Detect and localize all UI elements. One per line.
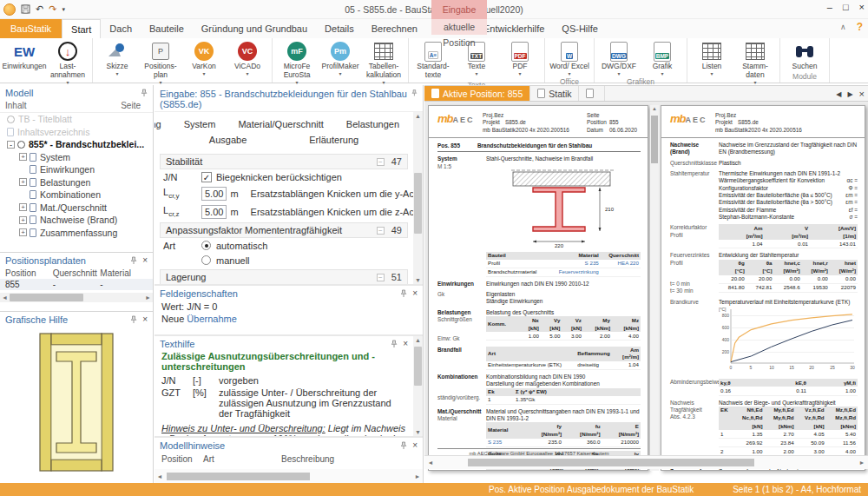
tab-belastungen[interactable]: Belastungen: [341, 117, 404, 131]
expander-icon[interactable]: +: [19, 153, 27, 161]
maximize-button[interactable]: □: [843, 2, 849, 12]
collapse-section-icon[interactable]: −: [377, 274, 385, 281]
grafik-button[interactable]: BMP Grafik ▾: [641, 40, 684, 76]
word-excel-button[interactable]: W Word/ Excel ▾: [548, 40, 591, 76]
scroll-right-icon[interactable]: ►: [143, 294, 153, 301]
stammdaten-button[interactable]: Stamm- daten ▾: [733, 40, 777, 85]
scroll-left-icon[interactable]: ◄: [155, 473, 165, 479]
tab-bauteile[interactable]: Bauteile: [141, 19, 193, 38]
pin-icon[interactable]: [411, 89, 418, 97]
undo-icon[interactable]: ↶: [36, 4, 43, 14]
tree-item-einwirkungen[interactable]: Einwirkungen: [0, 163, 153, 176]
pdf-button[interactable]: PDF PDF ▾: [498, 40, 542, 76]
tree-item-zusammenfassung[interactable]: + Zusammenfassung: [0, 227, 153, 240]
document-page-1[interactable]: mbAEC Proj.Bez ProjektS855.de mb BauStat…: [428, 105, 648, 471]
pin-icon[interactable]: [400, 441, 407, 450]
manuell-radio[interactable]: [201, 255, 211, 265]
expander-icon[interactable]: +: [19, 203, 27, 211]
tab-vorbemerkung[interactable]: Vorbemerkung: [155, 117, 167, 131]
close-icon[interactable]: ×: [142, 256, 148, 265]
document-horizontal-scrollbar[interactable]: ◄ ►: [424, 455, 868, 469]
tree-item-system[interactable]: + System: [0, 151, 153, 164]
scroll-up-icon[interactable]: ▲: [413, 113, 423, 119]
automatisch-radio[interactable]: [201, 241, 211, 250]
scroll-left-icon[interactable]: ◄: [0, 294, 10, 301]
document-page-2[interactable]: mbAEC Proj.Bez ProjektS855.de mb BauStat…: [661, 105, 865, 471]
scroll-right-icon[interactable]: ►: [856, 460, 868, 466]
positionsplandaten-row[interactable]: 855 - -: [0, 279, 153, 290]
biegeknicken-checkbox[interactable]: ✓: [201, 172, 212, 182]
tree-item-titelblatt[interactable]: TB - Titelblatt: [0, 113, 153, 126]
listen-button[interactable]: Listen ▾: [690, 40, 733, 76]
redo-icon[interactable]: ↷: [49, 4, 56, 14]
vertical-scrollbar[interactable]: ▲ ▼: [413, 336, 423, 436]
tab-scroll-right-icon[interactable]: ▶: [847, 90, 852, 98]
pin-icon[interactable]: [400, 289, 407, 298]
lcrz-input[interactable]: 5.00: [201, 205, 227, 219]
document-vertical-scrollbar[interactable]: ▲ ▼: [650, 105, 659, 471]
tree-item-855[interactable]: - 855* - Brandschutzbeklei...: [0, 138, 153, 151]
tab-berechnen[interactable]: Berechnen: [363, 19, 426, 38]
scroll-up-icon[interactable]: ▲: [413, 337, 423, 343]
tab-dach[interactable]: Dach: [101, 19, 141, 38]
middle-horizontal-scrollbar[interactable]: ◄ ►: [155, 469, 424, 483]
expander-icon[interactable]: +: [19, 216, 27, 224]
tab-aktuelle-position[interactable]: aktuelle Position: [431, 19, 487, 35]
tree-item-belastungen[interactable]: + Belastungen: [0, 176, 153, 189]
save-icon[interactable]: [21, 4, 30, 14]
tab-aktive-position[interactable]: Aktive Position: 855: [424, 86, 530, 101]
profilmaker-button[interactable]: Pm ProfilMaker ▾: [319, 40, 362, 76]
scroll-up-icon[interactable]: ▲: [650, 106, 659, 111]
tree-item-mat-querschnitt[interactable]: + Mat./Querschnitt: [0, 202, 153, 215]
dwg-dxf-button[interactable]: DWG DWG/DXF ▾: [597, 40, 641, 76]
close-button[interactable]: ×: [859, 2, 865, 12]
collapse-section-icon[interactable]: −: [377, 227, 385, 235]
expander-icon[interactable]: +: [19, 178, 27, 186]
tab-scroll-left-icon[interactable]: ◀: [836, 90, 841, 98]
pin-icon[interactable]: [130, 315, 137, 324]
tree-item-inhaltsverzeichnis[interactable]: Inhaltsverzeichnis: [0, 126, 153, 139]
lastannahmen-button[interactable]: ↓ Last- annahmen ▾: [46, 40, 89, 85]
vicado-button[interactable]: VC ViCADo ▾: [226, 40, 269, 76]
scroll-left-icon[interactable]: ◄: [424, 460, 437, 466]
tree-item-nachweise-brand[interactable]: + Nachweise (Brand): [0, 214, 153, 227]
quickaccess-dropdown-icon[interactable]: ▾: [62, 6, 65, 12]
close-document-icon[interactable]: ×: [859, 89, 865, 99]
expander-icon[interactable]: +: [19, 228, 27, 236]
vertical-scrollbar[interactable]: ▲ ▼: [413, 112, 423, 284]
tabellenkalkulation-button[interactable]: Tabellen- kalkulation ▾: [362, 40, 405, 85]
tab-start[interactable]: Start: [62, 19, 101, 38]
varkon-button[interactable]: VK VarKon ▾: [182, 40, 226, 76]
tab-new-document[interactable]: [579, 86, 605, 101]
help-icon[interactable]: ?: [857, 21, 863, 33]
scroll-down-icon[interactable]: ▼: [413, 277, 423, 283]
tab-details[interactable]: Details: [316, 19, 363, 38]
tab-gruendung[interactable]: Gründung und Grundbau: [193, 19, 316, 38]
pin-icon[interactable]: [141, 89, 148, 97]
close-icon[interactable]: ×: [412, 441, 418, 450]
close-icon[interactable]: ×: [142, 315, 148, 324]
tab-erlaeuterung[interactable]: Erläuterung: [304, 133, 364, 147]
skizze-button[interactable]: Skizze ▾: [95, 40, 139, 76]
minimize-button[interactable]: –: [827, 2, 832, 12]
horizontal-scrollbar[interactable]: ◄ ►: [0, 293, 153, 302]
tab-qs-hilfe[interactable]: QS-Hilfe: [553, 19, 607, 38]
microfe-button[interactable]: mF MicroFe EuroSta ▾: [275, 40, 319, 85]
collapse-section-icon[interactable]: −: [377, 158, 385, 166]
lcry-input[interactable]: 5.00: [201, 187, 227, 201]
uebernahme-link[interactable]: Übernahme: [187, 314, 236, 324]
tab-material-querschnitt[interactable]: Material/Querschnitt: [233, 117, 328, 131]
close-icon[interactable]: ×: [412, 289, 418, 298]
collapse-expander-icon[interactable]: -: [7, 141, 15, 149]
einwirkungen-button[interactable]: EW Einwirkungen: [3, 40, 46, 71]
ribbon-collapse-icon[interactable]: ∧: [840, 23, 846, 31]
tab-statik[interactable]: Statik: [530, 86, 579, 101]
tab-ausgabe[interactable]: Ausgabe: [204, 133, 252, 147]
pin-icon[interactable]: [391, 340, 398, 348]
tree-item-kombinationen[interactable]: Kombinationen: [0, 188, 153, 202]
pin-icon[interactable]: [130, 256, 137, 265]
app-icon[interactable]: [3, 3, 16, 16]
scroll-down-icon[interactable]: ▼: [413, 429, 423, 435]
tab-baustatik[interactable]: BauStatik: [0, 19, 62, 38]
suchen-button[interactable]: Suchen: [783, 40, 826, 71]
